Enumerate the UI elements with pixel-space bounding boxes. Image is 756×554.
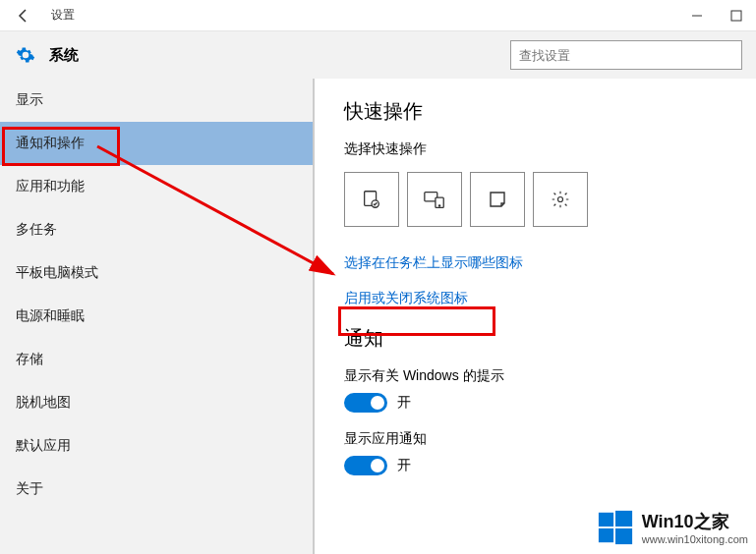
sidebar-item-multitask[interactable]: 多任务 [0, 208, 313, 251]
svg-point-6 [438, 205, 439, 206]
link-taskbar-icons[interactable]: 选择在任务栏上显示哪些图标 [344, 254, 727, 272]
tile-note-icon[interactable] [470, 172, 525, 227]
back-button[interactable] [0, 0, 47, 31]
window-title: 设置 [51, 7, 75, 24]
watermark: Win10之家 www.win10xitong.com [597, 509, 748, 546]
main-panel: 快速操作 选择快速操作 选择在任务栏上显示哪些图标 启用或关闭系统图标 通知 显… [315, 79, 756, 554]
sidebar-item-maps[interactable]: 脱机地图 [0, 381, 313, 424]
titlebar: 设置 [0, 0, 756, 31]
sidebar-item-storage[interactable]: 存储 [0, 338, 313, 381]
sidebar: 显示 通知和操作 应用和功能 多任务 平板电脑模式 电源和睡眠 存储 脱机地图 … [0, 79, 315, 554]
sidebar-item-tablet[interactable]: 平板电脑模式 [0, 251, 313, 295]
tile-connect-icon[interactable] [407, 172, 462, 227]
sidebar-item-power[interactable]: 电源和睡眠 [0, 295, 313, 338]
svg-rect-9 [599, 513, 613, 526]
sidebar-item-default-apps[interactable]: 默认应用 [0, 424, 313, 468]
svg-rect-11 [599, 528, 613, 542]
svg-point-7 [558, 197, 563, 202]
toggle-app-notify[interactable] [344, 456, 387, 475]
toggle-tips[interactable] [344, 393, 387, 413]
minimize-button[interactable] [677, 0, 717, 31]
windows-logo-icon [597, 509, 634, 546]
sidebar-item-display[interactable]: 显示 [0, 79, 313, 122]
gear-icon [10, 45, 41, 65]
sidebar-item-about[interactable]: 关于 [0, 468, 313, 511]
toggle-tips-state: 开 [397, 394, 411, 412]
tile-settings-icon[interactable] [533, 172, 588, 227]
sidebar-item-apps[interactable]: 应用和功能 [0, 165, 313, 208]
toggle-app-notify-label: 显示应用通知 [344, 430, 727, 448]
watermark-title: Win10之家 [642, 510, 748, 533]
watermark-url: www.win10xitong.com [642, 533, 748, 545]
toggle-tips-label: 显示有关 Windows 的提示 [344, 367, 727, 385]
search-input[interactable] [510, 40, 742, 70]
toggle-app-notify-state: 开 [397, 457, 411, 474]
svg-rect-12 [615, 528, 632, 544]
notifications-title: 通知 [344, 325, 727, 352]
link-system-icons[interactable]: 启用或关闭系统图标 [344, 290, 727, 307]
sidebar-item-notifications[interactable]: 通知和操作 [0, 122, 313, 165]
header: 系统 [0, 31, 756, 79]
maximize-button[interactable] [717, 0, 756, 31]
quick-actions-subtitle: 选择快速操作 [344, 140, 727, 158]
svg-rect-1 [731, 11, 741, 21]
page-title: 系统 [49, 46, 79, 65]
quick-actions-title: 快速操作 [344, 98, 727, 125]
svg-rect-10 [615, 511, 632, 526]
quick-tiles [344, 172, 727, 227]
tile-tablet-icon[interactable] [344, 172, 399, 227]
